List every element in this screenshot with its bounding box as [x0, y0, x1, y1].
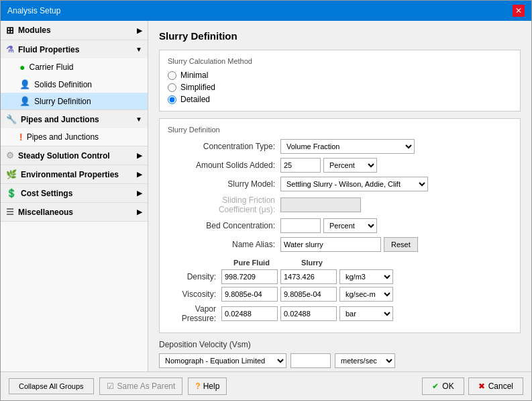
sidebar-item-pipes-label: Pipes and Junctions	[27, 132, 99, 142]
bed-concentration-label: Bed Concentration:	[168, 221, 275, 230]
vapor-slurry-input[interactable]	[280, 306, 337, 321]
sidebar-item-solids-def[interactable]: 👤 Solids Definition	[1, 76, 148, 93]
radio-simplified-label: Simplified	[180, 83, 215, 92]
footer-right: ✔ OK ✖ Cancel	[422, 377, 523, 395]
bed-concentration-unit-select[interactable]: Percent	[323, 218, 377, 233]
pipe-icon: 🔧	[6, 114, 17, 124]
viscosity-slurry-input[interactable]	[280, 287, 337, 302]
amount-solids-input[interactable]	[280, 158, 321, 173]
deposition-value-input[interactable]	[290, 353, 331, 368]
chevron-steady-icon: ▶	[137, 152, 142, 159]
cancel-button[interactable]: ✖ Cancel	[468, 377, 523, 395]
chevron-down-icon: ▼	[136, 46, 142, 53]
concentration-label: Concentration Type:	[168, 142, 275, 151]
slurry-model-select[interactable]: Settling Slurry - Wilson, Addie, Clift	[280, 177, 428, 191]
amount-solids-unit-select[interactable]: Percent	[323, 158, 377, 173]
chevron-pipes-icon: ▼	[136, 116, 142, 123]
sidebar-item-slurry-def[interactable]: 👤 Slurry Definition	[1, 93, 148, 109]
density-unit-select[interactable]: kg/m3	[339, 269, 393, 284]
sidebar-group-pipes-header[interactable]: 🔧 Pipes and Junctions ▼	[1, 110, 148, 128]
deposition-section: Deposition Velocity (Vsm) Nomograph - Eq…	[159, 340, 521, 368]
radio-detailed-input[interactable]	[168, 95, 176, 104]
reset-button[interactable]: Reset	[384, 237, 418, 252]
chevron-env-icon: ▶	[137, 171, 142, 178]
density-pure-input[interactable]	[221, 269, 278, 284]
sidebar-group-steady-header[interactable]: ⚙ Steady Solution Control ▶	[1, 146, 148, 165]
person-slurry-icon: 👤	[19, 96, 30, 106]
radio-simplified-input[interactable]	[168, 83, 176, 92]
sidebar-group-env-header[interactable]: 🌿 Environmental Properties ▶	[1, 165, 148, 183]
page-title: Slurry Definition	[159, 30, 521, 42]
collapse-all-button[interactable]: Collapse All Groups	[9, 378, 94, 394]
calc-method-title: Slurry Calculation Method	[168, 57, 512, 65]
steady-icon: ⚙	[6, 150, 14, 161]
vapor-pure-input[interactable]	[221, 306, 278, 321]
sliding-friction-row	[280, 197, 512, 212]
chevron-cost-icon: ▶	[137, 189, 142, 197]
density-label: Density:	[168, 272, 221, 281]
misc-icon: ☰	[6, 207, 14, 217]
deposition-unit-select[interactable]: meters/sec	[335, 353, 395, 368]
radio-minimal: Minimal	[168, 71, 512, 80]
sidebar-item-pipes-junctions[interactable]: ! Pipes and Junctions	[1, 128, 148, 146]
analysis-setup-dialog: Analysis Setup ✕ ⊞ Modules ▶ ⚗ Fluid Pro…	[0, 0, 532, 401]
amount-solids-label: Amount Solids Added:	[168, 161, 275, 170]
deposition-method-select[interactable]: Nomograph - Equation Limited	[159, 353, 286, 368]
main-content: Slurry Definition Slurry Calculation Met…	[148, 21, 531, 371]
sidebar-group-cost: 💲 Cost Settings ▶	[1, 184, 148, 203]
density-row: Density: kg/m3	[168, 269, 512, 284]
dialog-footer: Collapse All Groups ☑ Same As Parent ? H…	[1, 371, 531, 400]
help-circle-icon: ?	[195, 382, 200, 391]
sliding-friction-input[interactable]	[280, 197, 361, 212]
name-alias-label: Name Alias:	[168, 240, 275, 249]
sidebar-group-fluid: ⚗ Fluid Properties ▼ ● Carrier Fluid 👤 S…	[1, 40, 148, 110]
title-bar: Analysis Setup ✕	[1, 1, 531, 21]
radio-simplified: Simplified	[168, 83, 512, 92]
help-label: Help	[203, 382, 220, 391]
same-as-parent-button[interactable]: ☑ Same As Parent	[99, 377, 183, 395]
sidebar-group-modules-header[interactable]: ⊞ Modules ▶	[1, 21, 148, 40]
sidebar-group-modules-label: Modules	[18, 26, 51, 35]
ok-button[interactable]: ✔ OK	[422, 377, 464, 395]
person-icon: 👤	[19, 79, 30, 89]
name-alias-input[interactable]	[280, 237, 381, 252]
sliding-friction-label: Sliding FrictionCoefficient (μs):	[168, 195, 275, 214]
viscosity-unit-select[interactable]: kg/sec-m	[339, 287, 393, 302]
radio-detailed: Detailed	[168, 95, 512, 104]
vapor-row: VaporPressure: bar	[168, 304, 512, 323]
env-icon: 🌿	[6, 169, 17, 179]
properties-section: Pure Fluid Slurry Density: kg/m3	[168, 259, 512, 323]
calc-method-panel: Slurry Calculation Method Minimal Simpli…	[159, 50, 521, 112]
radio-detailed-label: Detailed	[180, 95, 210, 104]
density-slurry-input[interactable]	[280, 269, 337, 284]
radio-minimal-input[interactable]	[168, 71, 176, 80]
density-fields: kg/m3	[221, 269, 393, 284]
sidebar-group-misc-label: Miscellaneous	[18, 208, 73, 217]
bed-concentration-input[interactable]	[280, 218, 321, 233]
calc-method-radio-group: Minimal Simplified Detailed	[168, 71, 512, 104]
sidebar-group-env: 🌿 Environmental Properties ▶	[1, 165, 148, 184]
sidebar-group-misc: ☰ Miscellaneous ▶	[1, 203, 148, 222]
viscosity-pure-input[interactable]	[221, 287, 278, 302]
concentration-row: Volume Fraction	[280, 139, 512, 154]
sidebar-group-cost-header[interactable]: 💲 Cost Settings ▶	[1, 184, 148, 202]
help-button[interactable]: ? Help	[188, 377, 227, 395]
sidebar-group-fluid-header[interactable]: ⚗ Fluid Properties ▼	[1, 40, 148, 58]
radio-minimal-label: Minimal	[180, 71, 208, 80]
cancel-x-icon: ✖	[478, 382, 485, 391]
ok-check-icon: ✔	[432, 382, 439, 391]
sidebar-item-solids-def-label: Solids Definition	[34, 80, 92, 89]
slurry-def-title: Slurry Definition	[168, 126, 512, 134]
concentration-select[interactable]: Volume Fraction	[280, 139, 415, 154]
sidebar-item-slurry-def-label: Slurry Definition	[34, 97, 91, 106]
vapor-fields: bar	[221, 306, 393, 321]
slurry-col-label: Slurry	[282, 259, 342, 267]
exclaim-icon: !	[19, 132, 23, 142]
sidebar-item-carrier-fluid[interactable]: ● Carrier Fluid	[1, 58, 148, 76]
vapor-unit-select[interactable]: bar	[339, 306, 393, 321]
close-button[interactable]: ✕	[513, 5, 525, 17]
viscosity-label: Viscosity:	[168, 289, 221, 299]
sidebar-group-fluid-label: Fluid Properties	[18, 45, 79, 54]
chevron-right-icon: ▶	[137, 27, 142, 34]
sidebar-group-misc-header[interactable]: ☰ Miscellaneous ▶	[1, 203, 148, 221]
